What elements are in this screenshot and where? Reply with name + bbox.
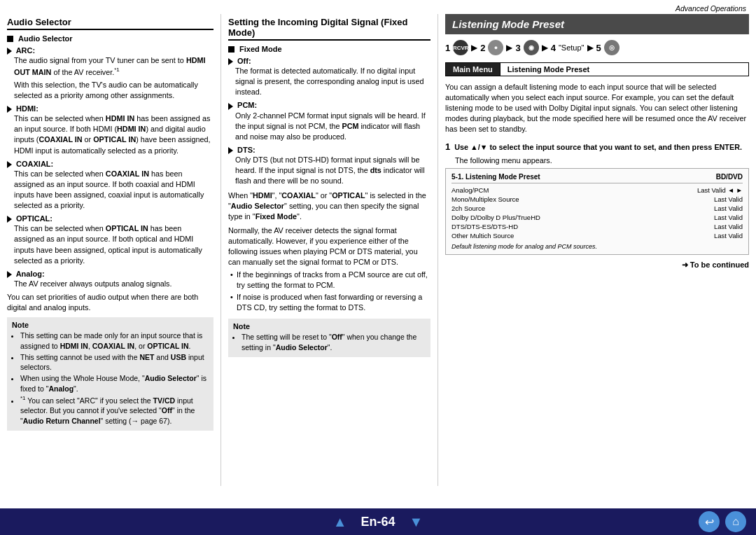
row6-value: Last Valid bbox=[714, 232, 743, 239]
coaxial-content: This can be selected when COAXIAL IN has… bbox=[7, 169, 214, 211]
step-num-4: 4 bbox=[551, 43, 556, 53]
off-content: The format is detected automatically. If… bbox=[228, 66, 430, 97]
note-item-2: This setting cannot be used with the NET… bbox=[20, 352, 209, 373]
row2-value: Last Valid bbox=[714, 195, 743, 203]
listening-mode-title: Listening Mode Preset bbox=[452, 18, 564, 30]
hdmi-title: HDMI: bbox=[7, 104, 214, 113]
off-title: Off: bbox=[228, 57, 430, 65]
footer-page-number: En-64 bbox=[360, 515, 395, 529]
note-list: This setting can be made only for an inp… bbox=[12, 331, 209, 426]
dts-title: DTS: bbox=[228, 146, 430, 154]
mid-note-title: Note bbox=[233, 322, 426, 331]
triangle-icon bbox=[228, 58, 233, 65]
mid-bullet1: If the beginnings of tracks from a PCM s… bbox=[228, 270, 430, 291]
menu-cell-right: Listening Mode Preset bbox=[500, 63, 748, 76]
mid-para2: Normally, the AV receiver detects the si… bbox=[228, 225, 430, 268]
triangle-icon bbox=[7, 106, 12, 113]
triangle-icon bbox=[228, 103, 233, 110]
menu-table-container: 5-1. Listening Mode Preset BD/DVD Analog… bbox=[445, 168, 749, 255]
pcm-title: PCM: bbox=[228, 101, 430, 109]
step-num-1: 1 bbox=[445, 43, 450, 53]
black-square-icon-2 bbox=[228, 46, 234, 53]
dts-content: Only DTS (but not DTS-HD) format input s… bbox=[228, 155, 430, 186]
black-square-icon bbox=[7, 36, 13, 42]
back-icon: ↩ bbox=[705, 515, 714, 529]
arrow-4: ▶ bbox=[587, 43, 594, 53]
mid-note-box: Note The setting will be reset to "Off" … bbox=[228, 319, 430, 356]
mid-para1: When "HDMI", "COAXIAL" or "OPTICAL" is s… bbox=[228, 190, 430, 222]
table-row-4: Dolby D/Dolby D Plus/TrueHD Last Valid bbox=[451, 213, 743, 222]
fixed-mode-label: Fixed Mode bbox=[239, 45, 282, 53]
audio-selector-label: Audio Selector bbox=[18, 34, 73, 43]
menu-table-title: 5-1. Listening Mode Preset BD/DVD bbox=[451, 173, 743, 183]
row1-label: Analog/PCM bbox=[451, 186, 489, 194]
mid-note-item1: The setting will be reset to "Off" when … bbox=[241, 332, 426, 352]
audio-selector-section-header: Audio Selector bbox=[7, 34, 214, 43]
to-be-continued: ➜ To be continued bbox=[445, 260, 749, 270]
row5-value: Last Valid bbox=[714, 223, 743, 230]
arc-title: ARC: bbox=[7, 46, 214, 55]
continued-text: ➜ To be continued bbox=[682, 260, 749, 269]
hdmi-line1: This can be selected when HDMI IN has be… bbox=[14, 113, 214, 155]
step1-block: 1 Use ▲/▼ to select the input source tha… bbox=[445, 141, 749, 166]
menu-cell-left: Main Menu bbox=[446, 63, 500, 76]
triangle-icon bbox=[228, 147, 233, 154]
triangle-icon bbox=[7, 48, 12, 55]
row4-value: Last Valid bbox=[714, 214, 743, 221]
arrow-2: ▶ bbox=[506, 43, 512, 53]
footer-arrow-up-icon[interactable]: ▲ bbox=[333, 514, 347, 530]
step1-instruction: 1 Use ▲/▼ to select the input source tha… bbox=[445, 141, 749, 153]
row6-label: Other Multich Source bbox=[451, 232, 514, 239]
pcm-content: Only 2-channel PCM format input signals … bbox=[228, 111, 430, 142]
optical-content: This can be selected when OPTICAL IN has… bbox=[7, 223, 214, 265]
mid-note-list: The setting will be reset to "Off" when … bbox=[233, 332, 426, 352]
note-item-4: *1 You can select "ARC" if you select th… bbox=[20, 394, 209, 426]
optical-label: OPTICAL: bbox=[16, 214, 52, 223]
hdmi-content: This can be selected when HDMI IN has be… bbox=[7, 113, 214, 155]
left-col-title: Audio Selector bbox=[7, 17, 214, 30]
coaxial-label: COAXIAL: bbox=[16, 160, 53, 168]
mid-bullet2: If noise is produced when fast forwardin… bbox=[228, 292, 430, 313]
arrow-1: ▶ bbox=[471, 43, 477, 53]
left-column: Audio Selector Audio Selector ARC: The a… bbox=[7, 14, 214, 486]
row2-label: Mono/Multiplex Source bbox=[451, 195, 519, 203]
optical-line1: This can be selected when OPTICAL IN has… bbox=[14, 223, 214, 265]
step4-label: "Setup" bbox=[559, 43, 584, 52]
triangle-icon bbox=[7, 161, 12, 168]
table-row-1: Analog/PCM Last Valid ◄ ► bbox=[451, 186, 743, 195]
left-note-box: Note This setting can be made only for a… bbox=[7, 317, 214, 431]
fixed-mode-section-header: Fixed Mode bbox=[228, 45, 430, 53]
coaxial-line1: This can be selected when COAXIAL IN has… bbox=[14, 169, 214, 211]
row5-label: DTS/DTS-ES/DTS-HD bbox=[451, 223, 518, 230]
analog-label: Analog bbox=[16, 270, 42, 278]
row1-value: Last Valid ◄ ► bbox=[697, 186, 743, 194]
step-bold-1: 1 bbox=[445, 141, 450, 152]
home-icon: ⌂ bbox=[732, 515, 739, 528]
main-menu-bar: Main Menu Listening Mode Preset bbox=[445, 62, 749, 76]
analog-title: Analog: bbox=[7, 270, 214, 278]
step-num-5: 5 bbox=[596, 43, 601, 53]
off-line1: The format is detected automatically. If… bbox=[235, 66, 430, 97]
footer-home-button[interactable]: ⌂ bbox=[725, 511, 746, 532]
step3-icon: ◉ bbox=[524, 40, 539, 55]
table-note: Default listening mode for analog and PC… bbox=[451, 243, 743, 250]
row3-label: 2ch Source bbox=[451, 204, 485, 212]
analog-line1: The AV receiver always outputs analog si… bbox=[14, 279, 214, 289]
footer-back-button[interactable]: ↩ bbox=[699, 511, 720, 532]
header-text: Advanced Operations bbox=[676, 4, 746, 13]
analog-content: The AV receiver always outputs analog si… bbox=[7, 279, 214, 289]
step-num-2: 2 bbox=[480, 43, 485, 53]
footer-icons-group: ↩ ⌂ bbox=[699, 511, 746, 532]
arc-line1: The audio signal from your TV tuner can … bbox=[14, 55, 214, 78]
step2-icon: ● bbox=[488, 40, 503, 55]
step-num-3: 3 bbox=[515, 43, 520, 53]
note-item-3: When using the Whole House Mode, "Audio … bbox=[20, 373, 209, 394]
table-title-right: BD/DVD bbox=[716, 173, 743, 181]
footer-arrow-down-icon[interactable]: ▼ bbox=[410, 514, 424, 530]
step5-icon: ◎ bbox=[604, 40, 620, 55]
right-column: Listening Mode Preset 1 RCVR ▶ 2 ● ▶ 3 ◉… bbox=[438, 14, 749, 486]
steps-row: 1 RCVR ▶ 2 ● ▶ 3 ◉ ▶ 4 "Setup" ▶ 5 ◎ bbox=[445, 40, 749, 55]
optical-title: OPTICAL: bbox=[7, 214, 214, 223]
intro-para: You can assign a default listening mode … bbox=[445, 82, 749, 135]
coaxial-title: COAXIAL: bbox=[7, 160, 214, 168]
